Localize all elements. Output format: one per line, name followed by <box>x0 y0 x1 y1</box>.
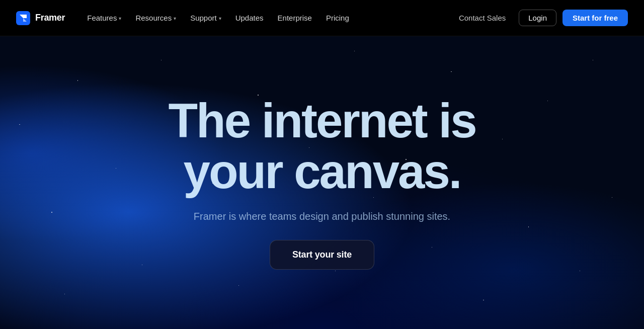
nav-item-support[interactable]: Support ▾ <box>184 11 227 25</box>
nav-item-pricing[interactable]: Pricing <box>320 11 355 25</box>
nav-item-features[interactable]: Features ▾ <box>81 11 127 25</box>
nav-left: Framer Features ▾ Resources ▾ Support ▾ … <box>16 11 355 25</box>
brand-name: Framer <box>35 13 65 23</box>
nav-item-resources[interactable]: Resources ▾ <box>129 11 182 25</box>
nav-links: Features ▾ Resources ▾ Support ▾ Updates… <box>81 11 355 25</box>
hero-subtext: Framer is where teams design and publish… <box>194 209 450 224</box>
nav-item-updates[interactable]: Updates <box>229 11 270 25</box>
hero-section: The internet is your canvas. Framer is w… <box>0 36 644 329</box>
nav-item-enterprise[interactable]: Enterprise <box>272 11 318 25</box>
hero-content: The internet is your canvas. Framer is w… <box>168 96 475 270</box>
chevron-down-icon: ▾ <box>119 16 121 21</box>
contact-sales-link[interactable]: Contact Sales <box>452 11 513 25</box>
nav-right: Contact Sales Login Start for free <box>452 10 628 26</box>
hero-headline: The internet is your canvas. <box>168 96 475 197</box>
framer-logo-icon <box>16 11 30 25</box>
logo[interactable]: Framer <box>16 11 65 25</box>
navbar: Framer Features ▾ Resources ▾ Support ▾ … <box>0 0 644 36</box>
chevron-down-icon: ▾ <box>174 16 176 21</box>
start-your-site-button[interactable]: Start your site <box>270 240 374 270</box>
start-for-free-button[interactable]: Start for free <box>562 10 628 26</box>
chevron-down-icon: ▾ <box>219 16 221 21</box>
login-button[interactable]: Login <box>519 10 556 26</box>
